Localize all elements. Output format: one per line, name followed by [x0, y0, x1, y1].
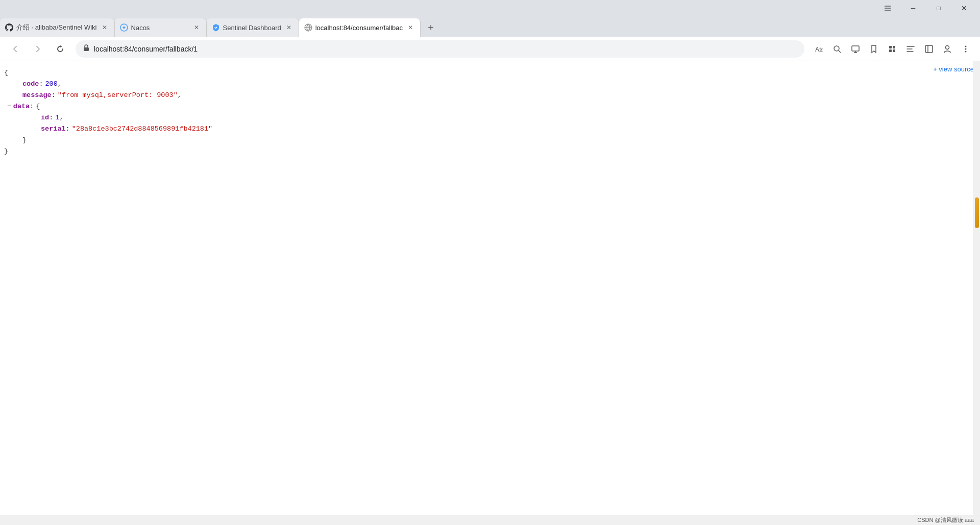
- svg-rect-12: [889, 49, 892, 52]
- globe-icon: [304, 23, 312, 32]
- refresh-button[interactable]: [51, 40, 69, 58]
- root-brace-open: {: [4, 67, 8, 79]
- json-root-close: }: [0, 146, 980, 157]
- svg-rect-14: [925, 45, 933, 53]
- svg-rect-7: [852, 46, 859, 51]
- tab-1[interactable]: 介绍 · alibaba/Sentinel Wiki ✕: [0, 18, 115, 37]
- profile-icon[interactable]: [939, 41, 955, 57]
- svg-point-18: [965, 48, 967, 49]
- tab-3[interactable]: Sentinel Dashboard ✕: [207, 18, 299, 37]
- lock-icon: [83, 44, 90, 53]
- tab-search-icon[interactable]: [902, 41, 919, 57]
- tab-1-title: 介绍 · alibaba/Sentinel Wiki: [16, 23, 97, 32]
- github-icon: [5, 23, 13, 32]
- id-key: id: [41, 112, 49, 123]
- address-bar-right: A文: [811, 41, 974, 57]
- json-id-line: id : 1 ,: [0, 112, 980, 123]
- json-content: { code : 200 , message : "from mysql,ser…: [0, 65, 980, 159]
- json-root-open: {: [0, 67, 980, 79]
- data-brace-open: {: [36, 101, 40, 112]
- json-serial-line: serial : "28a8c1e3bc2742d8848569891fb421…: [0, 123, 980, 135]
- minimize-button[interactable]: ─: [901, 0, 925, 16]
- nacos-icon: [120, 23, 128, 32]
- address-text[interactable]: localhost:84/consumer/fallback/1: [94, 45, 797, 53]
- id-comma: ,: [59, 112, 63, 123]
- tab-4[interactable]: localhost:84/consumer/fallbac ✕: [299, 18, 421, 37]
- json-data-line: − data : {: [0, 101, 980, 112]
- svg-point-16: [946, 45, 949, 49]
- code-colon: :: [39, 79, 43, 90]
- svg-text:文: 文: [819, 47, 823, 53]
- message-key: message: [22, 90, 52, 101]
- svg-point-19: [965, 51, 967, 52]
- tab-list-button[interactable]: [876, 0, 899, 16]
- back-button[interactable]: [6, 40, 24, 58]
- close-button[interactable]: ✕: [952, 0, 976, 16]
- data-toggle[interactable]: −: [7, 102, 11, 112]
- tab-2[interactable]: Nacos ✕: [115, 18, 207, 37]
- tab-2-close[interactable]: ✕: [192, 23, 201, 32]
- window-controls[interactable]: ─ □ ✕: [876, 0, 976, 16]
- extensions-icon[interactable]: [884, 41, 900, 57]
- tab-1-close[interactable]: ✕: [100, 23, 109, 32]
- bookmark-icon[interactable]: [866, 41, 882, 57]
- view-source-label: + view source: [933, 65, 974, 73]
- json-message-line: message : "from mysql,serverPort: 9003" …: [0, 90, 980, 101]
- address-input-wrapper[interactable]: localhost:84/consumer/fallback/1: [76, 40, 804, 58]
- data-colon: :: [30, 101, 34, 112]
- serial-colon: :: [66, 123, 70, 135]
- sentinel-icon: [212, 23, 220, 32]
- scrollbar-track[interactable]: [973, 61, 980, 515]
- id-colon: :: [49, 112, 53, 123]
- code-comma: ,: [58, 79, 62, 90]
- serial-key: serial: [41, 123, 66, 135]
- status-bar: CSDN @清风微读 aaa: [0, 515, 980, 525]
- root-brace-close: }: [4, 146, 8, 157]
- id-value: 1: [55, 112, 59, 123]
- address-bar: localhost:84/consumer/fallback/1 A文: [0, 37, 980, 61]
- svg-point-17: [965, 45, 967, 47]
- tab-3-title: Sentinel Dashboard: [223, 24, 281, 32]
- svg-point-5: [834, 46, 839, 51]
- svg-line-6: [839, 51, 841, 53]
- svg-rect-13: [893, 49, 895, 52]
- tab-3-close[interactable]: ✕: [284, 23, 293, 32]
- svg-rect-10: [889, 46, 892, 48]
- tab-4-close[interactable]: ✕: [406, 23, 415, 32]
- svg-rect-2: [84, 47, 89, 51]
- scrollbar-thumb[interactable]: [975, 197, 979, 228]
- message-comma: ,: [178, 90, 182, 101]
- search-icon[interactable]: [829, 41, 845, 57]
- translate-icon[interactable]: A文: [811, 41, 827, 57]
- tab-4-title: localhost:84/consumer/fallbac: [315, 24, 403, 32]
- code-value: 200: [45, 79, 58, 90]
- status-text: CSDN @清风微读 aaa: [917, 516, 974, 524]
- message-colon: :: [52, 90, 56, 101]
- json-data-close: }: [0, 135, 980, 146]
- sidebar-icon[interactable]: [921, 41, 937, 57]
- serial-value: "28a8c1e3bc2742d8848569891fb42181": [72, 123, 212, 135]
- content-area: + view source { code : 200 , message : "…: [0, 61, 980, 515]
- tab-2-title: Nacos: [131, 24, 189, 32]
- new-tab-button[interactable]: +: [423, 19, 439, 36]
- maximize-button[interactable]: □: [927, 0, 950, 16]
- cast-icon[interactable]: [847, 41, 864, 57]
- data-brace-close: }: [22, 135, 27, 146]
- json-code-line: code : 200 ,: [0, 79, 980, 90]
- data-key: data: [13, 101, 30, 112]
- forward-button[interactable]: [29, 40, 47, 58]
- code-key: code: [22, 79, 39, 90]
- more-button[interactable]: [958, 41, 974, 57]
- message-value: "from mysql,serverPort: 9003": [58, 90, 178, 101]
- view-source-button[interactable]: + view source: [933, 65, 974, 73]
- title-bar: ─ □ ✕: [0, 0, 980, 16]
- tab-bar: 介绍 · alibaba/Sentinel Wiki ✕ Nacos ✕ Sen…: [0, 16, 980, 37]
- svg-rect-11: [893, 46, 895, 48]
